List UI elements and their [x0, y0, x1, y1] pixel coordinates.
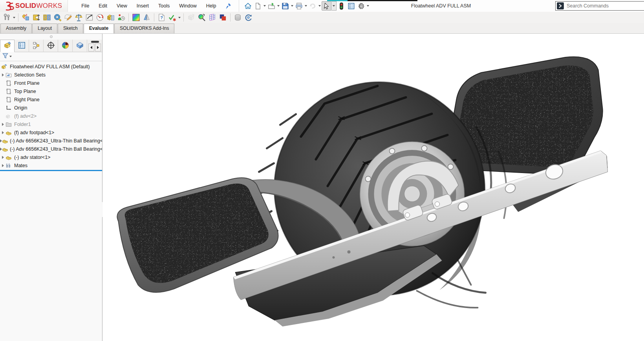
- tab-solidworks-add-ins[interactable]: SOLIDWORKS Add-Ins: [114, 24, 174, 33]
- origin-icon: [5, 104, 13, 111]
- propertymanager-tab[interactable]: [15, 40, 29, 52]
- tree-item-right-plane[interactable]: Right Plane: [0, 95, 102, 104]
- save-button-dropdown-caret[interactable]: [290, 1, 294, 11]
- tree-item-top-plane[interactable]: Top Plane: [0, 87, 102, 95]
- settings-button[interactable]: [356, 1, 366, 11]
- tree-item-selection-sets[interactable]: Selection Sets: [0, 71, 102, 79]
- edrawings-button[interactable]: [243, 13, 254, 23]
- undo-button-dropdown-caret[interactable]: [318, 1, 322, 11]
- hole-alignment-button[interactable]: [42, 13, 52, 23]
- smart-fasteners-button-dropdown-caret[interactable]: [12, 13, 16, 22]
- pushpin-icon[interactable]: [224, 2, 232, 10]
- featuremanager-tab[interactable]: [0, 40, 15, 52]
- assembly-visualization-button[interactable]: [105, 13, 116, 23]
- graphics-viewport[interactable]: [102, 34, 644, 341]
- logo-solid: SOLID: [15, 2, 36, 9]
- filter-caret[interactable]: [9, 52, 13, 61]
- search-commands-input[interactable]: [567, 3, 626, 9]
- markup-button[interactable]: [63, 13, 73, 23]
- section-properties-button[interactable]: [84, 13, 95, 23]
- tree-item-adv-6656k243-ultra-thin-ball-bearing-4[interactable]: (-) Adv 6656K243_Ultra-Thin Ball Bearing…: [0, 145, 102, 153]
- tab-sketch[interactable]: Sketch: [58, 24, 83, 33]
- expand-arrow-icon[interactable]: [0, 123, 5, 126]
- model-canvas[interactable]: [102, 34, 644, 341]
- tree-item-origin[interactable]: Origin: [0, 104, 102, 112]
- cam-tab[interactable]: [73, 40, 87, 52]
- scroll-left-button[interactable]: [88, 44, 94, 51]
- print-button[interactable]: [294, 1, 304, 11]
- paperclip-mates-icon: [5, 162, 13, 169]
- configurationmanager-tab[interactable]: [29, 40, 44, 52]
- open-button-dropdown-caret[interactable]: [276, 1, 280, 11]
- new-document-button[interactable]: [253, 1, 263, 11]
- undo-button[interactable]: [308, 1, 318, 11]
- tree-item-mates[interactable]: Mates: [0, 161, 102, 170]
- menu-edit[interactable]: Edit: [94, 1, 112, 11]
- compare-documents-button[interactable]: [218, 13, 228, 23]
- mass-properties-button[interactable]: [73, 13, 84, 23]
- menu-view[interactable]: View: [112, 1, 132, 11]
- assembly-xpert-button[interactable]: ?: [156, 13, 167, 23]
- measure-button[interactable]: [52, 13, 63, 23]
- save-button[interactable]: [280, 1, 290, 11]
- menu-tools[interactable]: Tools: [154, 1, 174, 11]
- simulation-mesh-button[interactable]: [207, 13, 218, 23]
- home-button[interactable]: [243, 1, 253, 11]
- tree-item-label: (f) adv<2>: [14, 113, 37, 119]
- visualize-button[interactable]: [196, 13, 207, 23]
- select-button[interactable]: [322, 1, 331, 11]
- settings-button-dropdown-caret[interactable]: [366, 1, 370, 11]
- menu-help[interactable]: Help: [201, 1, 221, 11]
- design-checker-button-dropdown-caret[interactable]: [177, 13, 181, 22]
- tree-item-adv-stator-1[interactable]: (-) adv stator<1>: [0, 153, 102, 161]
- funnel-icon[interactable]: [2, 53, 9, 61]
- tree-item-label: (-) Adv 6656K243_Ultra-Thin Ball Bearing…: [10, 138, 102, 144]
- expand-arrow-icon[interactable]: [0, 73, 5, 77]
- search-commands-box[interactable]: [555, 1, 644, 11]
- options-list-button[interactable]: [346, 1, 356, 11]
- tab-assembly[interactable]: Assembly: [0, 24, 32, 33]
- costing-button[interactable]: [116, 13, 126, 23]
- toolbar-separator: [128, 13, 129, 22]
- dimxpertmanager-tab[interactable]: [44, 40, 58, 52]
- menu-insert[interactable]: Insert: [132, 1, 154, 11]
- sustainability-button[interactable]: [232, 13, 243, 23]
- tab-evaluate[interactable]: Evaluate: [84, 24, 114, 33]
- clearance-verification-button[interactable]: [31, 13, 42, 23]
- menu-bar: SOLIDWORKS FileEditViewInsertToolsWindow…: [0, 0, 644, 12]
- print-button-dropdown-caret[interactable]: [304, 1, 308, 11]
- design-checker-button[interactable]: [167, 13, 177, 23]
- select-button-dropdown-caret[interactable]: [331, 1, 337, 11]
- expand-arrow-icon[interactable]: [0, 131, 5, 134]
- menu-file[interactable]: File: [77, 1, 94, 11]
- tree-item-label: (-) adv stator<1>: [14, 155, 50, 160]
- scroll-left-icon: [90, 46, 92, 49]
- panel-collapse-handle[interactable]: [0, 34, 102, 40]
- tab-layout[interactable]: Layout: [32, 24, 57, 33]
- tree-item-label: Front Plane: [14, 80, 40, 86]
- tree-item-adv-6656k243-ultra-thin-ball-bearing-1[interactable]: (-) Adv 6656K243_Ultra-Thin Ball Bearing…: [0, 137, 102, 145]
- tree-item-f-adv-2[interactable]: (f) adv<2>: [0, 112, 102, 120]
- interference-detection-button[interactable]: [20, 13, 31, 23]
- tree-filter-row: [0, 52, 102, 61]
- tree-item-f-adv-footpad-1[interactable]: (f) adv footpad<1>: [0, 128, 102, 137]
- tree-item-folder1[interactable]: Folder1: [0, 120, 102, 128]
- expand-arrow-icon[interactable]: [0, 164, 5, 167]
- scroll-right-button[interactable]: [95, 44, 101, 51]
- panel-drag-handle[interactable]: [91, 41, 99, 43]
- rebuild-button[interactable]: [337, 1, 346, 11]
- tree-item-floatwheel-adv-full-asm-default[interactable]: Floatwheel ADV FULL ASM (Default): [0, 62, 102, 71]
- symmetry-check-button[interactable]: [141, 13, 152, 23]
- menu-window[interactable]: Window: [174, 1, 201, 11]
- speedpak-button[interactable]: [186, 13, 196, 23]
- new-document-button-dropdown-caret[interactable]: [263, 1, 267, 11]
- performance-evaluation-button[interactable]: [95, 13, 105, 23]
- tree-item-label: Right Plane: [14, 97, 40, 102]
- appearances-button[interactable]: [131, 13, 141, 23]
- open-button[interactable]: [267, 1, 276, 11]
- smart-fasteners-button[interactable]: [2, 13, 12, 23]
- expand-arrow-icon[interactable]: [0, 156, 5, 159]
- tree-item-front-plane[interactable]: Front Plane: [0, 79, 102, 87]
- displaymanager-tab[interactable]: [58, 40, 73, 52]
- logo-works: WORKS: [36, 2, 62, 9]
